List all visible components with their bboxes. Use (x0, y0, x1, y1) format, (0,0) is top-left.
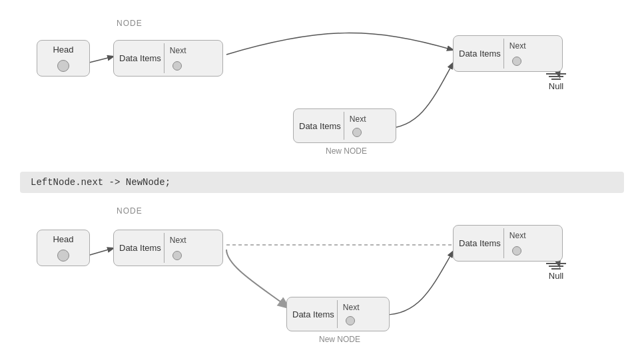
node3-data-bottom: Data Items (459, 238, 501, 248)
new-node-data-bottom: Data Items (292, 309, 334, 319)
new-node-next-circle-top (352, 128, 362, 137)
separator-text: LeftNode.next -> NewNode; (31, 177, 170, 188)
null-lines-bottom (546, 263, 566, 270)
node1-data-top: Data Items (119, 53, 161, 63)
new-node-next-label-top: Next (350, 114, 366, 124)
null-line2-bottom (549, 266, 563, 267)
node3-next-circle-bottom (512, 246, 521, 256)
null-lines-top (546, 73, 566, 80)
null-bottom: Null (546, 263, 566, 281)
node1-next-circle-bottom (172, 251, 182, 260)
new-node-next-label-bottom: Next (343, 303, 360, 312)
head-node-bottom: Head (37, 230, 90, 266)
diagram-area: NODE Head Data Items Next Data Items Nex… (0, 0, 644, 364)
node1-bottom: Data Items Next (113, 230, 223, 266)
new-node-next-circle-bottom (346, 316, 355, 325)
node3-next-circle-top (512, 57, 521, 66)
node-label-bottom: NODE (117, 206, 143, 216)
null-line3-top (551, 79, 561, 80)
node1-next-label-top: Next (170, 46, 186, 55)
node3-top: Data Items Next (453, 35, 563, 72)
head-text-bottom: Head (53, 234, 73, 244)
node3-next-label-top: Next (509, 41, 526, 51)
null-top: Null (546, 73, 566, 91)
null-line3-bottom (551, 268, 561, 270)
null-line1-top (546, 73, 566, 75)
node1-top: Data Items Next (113, 40, 223, 77)
new-node-bottom: Data Items Next (286, 297, 390, 331)
head-circle-top (57, 60, 69, 72)
null-text-top: Null (546, 81, 566, 91)
node3-next-label-bottom: Next (509, 231, 526, 240)
separator: LeftNode.next -> NewNode; (20, 172, 624, 193)
node1-next-circle-top (172, 61, 182, 71)
node1-data-bottom: Data Items (119, 243, 161, 253)
node1-next-label-bottom: Next (170, 236, 186, 245)
node3-data-top: Data Items (459, 49, 501, 59)
null-text-bottom: Null (546, 271, 566, 281)
head-text-top: Head (53, 45, 73, 55)
head-node-top: Head (37, 40, 90, 77)
head-circle-bottom (57, 250, 69, 262)
new-node-label-bottom: New NODE (296, 335, 383, 344)
null-line1-bottom (546, 263, 566, 264)
null-line2-top (549, 76, 563, 77)
new-node-top: Data Items Next (293, 108, 396, 143)
node3-bottom: Data Items Next (453, 225, 563, 262)
new-node-label-top: New NODE (303, 146, 390, 156)
node-label-top: NODE (117, 19, 143, 28)
new-node-data-top: Data Items (299, 121, 341, 131)
